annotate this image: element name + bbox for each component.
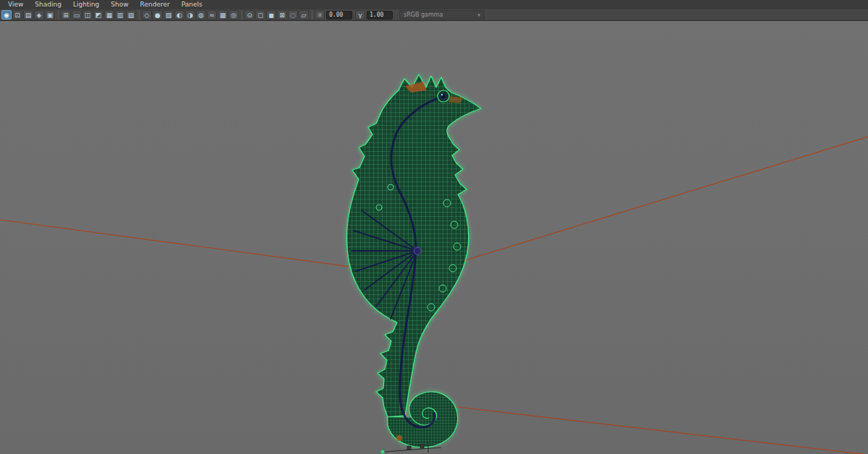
grid-toggle-icon[interactable]: ⊞ (61, 10, 71, 20)
toolbar-divider (312, 11, 312, 20)
menu-lighting[interactable]: Lighting (67, 0, 105, 9)
menu-renderer[interactable]: Renderer (135, 0, 176, 9)
toolbar-divider (242, 11, 242, 20)
field-chart-icon[interactable]: ▦ (104, 10, 114, 20)
bookmarks-icon[interactable]: ◈ (34, 10, 44, 20)
gate-mask-icon[interactable]: ◩ (93, 10, 103, 20)
xray-display-icon[interactable]: ◻ (255, 10, 265, 20)
menu-shading[interactable]: Shading (29, 0, 67, 9)
panel-toolbar: ◉⊡▤◈▣⊞▭◫◩▦▥▧◇●▨◐◑◍≈▩◎⊙◻◼⊠◌▱ ☼ γ sRGB gam… (0, 9, 868, 21)
depth-of-field-icon[interactable]: ◎ (229, 10, 239, 20)
seahorse-eye (438, 90, 449, 102)
lock-camera-icon[interactable]: ⊡ (12, 10, 22, 20)
motion-blur-icon[interactable]: ≈ (207, 10, 217, 20)
menu-view[interactable]: View (2, 0, 29, 9)
ambient-occlusion-icon[interactable]: ◍ (196, 10, 206, 20)
image-plane-icon[interactable]: ▣ (45, 10, 55, 20)
camera-attributes-icon[interactable]: ▤ (23, 10, 33, 20)
paint-effects-display-icon[interactable]: ▱ (299, 10, 309, 20)
isolate-select-icon[interactable]: ⊙ (244, 10, 255, 20)
wireframe-display-icon[interactable]: ◇ (142, 10, 152, 20)
anti-aliasing-icon[interactable]: ▩ (218, 10, 228, 20)
hip-joint (414, 247, 421, 254)
safe-title-icon[interactable]: ▧ (126, 10, 136, 20)
resolution-gate-icon[interactable]: ◫ (82, 10, 93, 20)
toolbar-divider (58, 11, 59, 20)
select-camera-icon[interactable]: ◉ (1, 10, 12, 20)
xray-joints-icon[interactable]: ◼ (266, 10, 276, 20)
panel-menubar: ViewShadingLightingShowRendererPanels (0, 0, 868, 9)
use-all-lights-icon[interactable]: ◐ (174, 10, 184, 20)
default-material-icon[interactable]: ◌ (288, 10, 298, 20)
exposure-field[interactable] (326, 11, 352, 20)
wireframe-on-shaded-icon[interactable]: ⊠ (277, 10, 287, 20)
film-gate-icon[interactable]: ▭ (72, 10, 82, 20)
icon-toolbar-groups: ◉⊡▤◈▣⊞▭◫◩▦▥▧◇●▨◐◑◍≈▩◎⊙◻◼⊠◌▱ (1, 10, 310, 20)
safe-action-icon[interactable]: ▥ (115, 10, 125, 20)
chevron-down-icon: ▾ (477, 12, 480, 18)
shadows-toggle-icon[interactable]: ◑ (185, 10, 195, 20)
view-transform-value: sRGB gamma (404, 12, 443, 18)
gamma-toggle-icon[interactable]: γ (355, 10, 365, 20)
textured-display-icon[interactable]: ▨ (163, 10, 174, 20)
exposure-toggle-icon[interactable]: ☼ (315, 10, 325, 20)
seahorse-wireframe-model[interactable] (346, 74, 481, 447)
gamma-field[interactable] (367, 11, 393, 20)
viewport[interactable] (0, 21, 868, 454)
view-transform-dropdown[interactable]: sRGB gamma ▾ (399, 10, 485, 20)
viewport-canvas (0, 21, 868, 454)
menu-show[interactable]: Show (105, 0, 134, 9)
smooth-shade-icon[interactable]: ● (153, 10, 163, 20)
toolbar-divider (139, 11, 140, 20)
menu-panels[interactable]: Panels (176, 0, 208, 9)
